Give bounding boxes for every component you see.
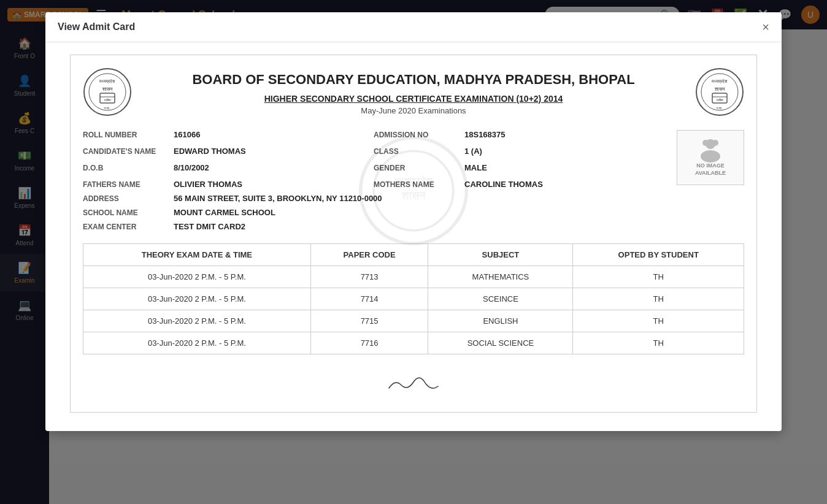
paper-code-cell-3: 7716 — [310, 332, 428, 354]
exam-dates: May-June 2020 Examinations — [144, 106, 683, 115]
gender-row: GENDER MALE — [374, 161, 664, 175]
col-header-paper: PAPER CODE — [310, 244, 428, 266]
subject-cell-0: MATHEMATICS — [428, 266, 573, 288]
col-header-date: THEORY EXAM DATE & TIME — [83, 244, 311, 266]
candidate-name-value: EDWARD THOMAS — [174, 147, 246, 156]
modal-overlay: View Admit Card × मध्यप्रदेश शासन — [0, 0, 827, 504]
table-row: 03-Jun-2020 2 P.M. - 5 P.M. 7713 MATHEMA… — [83, 266, 744, 288]
mothers-name-label: MOTHERS NAME — [374, 180, 460, 189]
table-header-row: THEORY EXAM DATE & TIME PAPER CODE SUBJE… — [83, 244, 744, 266]
student-photo: NO IMAGE AVAILABLE — [677, 130, 744, 185]
svg-text:माशिमं: माशिमं — [104, 98, 111, 102]
exam-center-row: EXAM CENTER TEST DMIT CARD2 — [83, 220, 664, 234]
signature-area — [83, 367, 744, 400]
svg-point-19 — [701, 150, 720, 162]
subject-cell-3: SOCIAL SCIENCE — [428, 332, 573, 354]
admission-no-label: ADMISSION NO — [374, 131, 460, 139]
candidate-name-row: CANDIDATE'S NAME EDWARD THOMAS — [83, 144, 374, 158]
svg-text:माशिमं: माशिमं — [716, 98, 723, 102]
admission-no-row: ADMISSION NO 18S168375 — [374, 128, 664, 142]
svg-text:शासन: शासन — [102, 86, 113, 92]
fathers-name-label: FATHERS NAME — [83, 180, 169, 189]
mothers-name-row: MOTHERS NAME CAROLINE THOMAS — [374, 177, 664, 191]
opted-cell-2: TH — [573, 310, 744, 332]
table-row: 03-Jun-2020 2 P.M. - 5 P.M. 7714 SCEINCE… — [83, 288, 744, 310]
exam-title: HIGHER SECONDARY SCHOOL CERTIFICATE EXAM… — [144, 94, 683, 104]
signature-icon — [377, 367, 450, 397]
school-name-value: MOUNT CARMEL SCHOOL — [174, 208, 275, 217]
left-logo: मध्यप्रदेश शासन माशिमं म.प्र. — [83, 67, 132, 119]
opted-cell-3: TH — [573, 332, 744, 354]
modal-close-button[interactable]: × — [762, 21, 769, 33]
subject-cell-1: SCEINCE — [428, 288, 573, 310]
svg-point-17 — [702, 140, 709, 146]
roll-number-row: ROLL NUMBER 161066 — [83, 128, 374, 142]
board-name: BOARD OF SECONDARY EDUCATION, MADHYA PRA… — [144, 71, 683, 89]
admit-card-modal: View Admit Card × मध्यप्रदेश शासन — [45, 12, 782, 431]
paper-code-cell-0: 7713 — [310, 266, 428, 288]
address-label: ADDRESS — [83, 194, 169, 203]
admit-card-header: मध्यप्रदेश शासन माशिमं म.प्र. BOARD OF S… — [83, 67, 744, 119]
dob-label: D.O.B — [83, 164, 169, 172]
svg-text:म.प्र.: म.प्र. — [716, 106, 723, 110]
col-header-opted: OPTED BY STUDENT — [573, 244, 744, 266]
roll-number-value: 161066 — [174, 130, 200, 139]
paper-code-cell-1: 7714 — [310, 288, 428, 310]
col-header-subject: SUBJECT — [428, 244, 573, 266]
opted-cell-1: TH — [573, 288, 744, 310]
dob-value: 8/10/2002 — [174, 163, 209, 172]
modal-header: View Admit Card × — [45, 12, 782, 42]
person-silhouette-icon — [695, 138, 726, 162]
svg-point-18 — [712, 140, 718, 146]
modal-title: View Admit Card — [58, 21, 135, 32]
exam-center-label: EXAM CENTER — [83, 223, 169, 231]
right-logo: मध्यप्रदेश शासन माशिमं म.प्र. — [695, 67, 744, 119]
paper-code-cell-2: 7715 — [310, 310, 428, 332]
exam-date-cell-1: 03-Jun-2020 2 P.M. - 5 P.M. — [83, 288, 311, 310]
exam-date-cell-0: 03-Jun-2020 2 P.M. - 5 P.M. — [83, 266, 311, 288]
opted-cell-0: TH — [573, 266, 744, 288]
exam-center-value: TEST DMIT CARD2 — [174, 222, 245, 231]
school-name-row: SCHOOL NAME MOUNT CARMEL SCHOOL — [83, 205, 664, 220]
admit-card: मध्यप्रदेश शासन माशिमं म.प्र. BOARD OF S… — [70, 55, 757, 413]
school-name-label: SCHOOL NAME — [83, 208, 169, 217]
info-left: ROLL NUMBER 161066 ADMISSION NO 18S16837… — [83, 128, 664, 234]
svg-text:म.प्र.: म.प्र. — [104, 106, 110, 110]
table-row: 03-Jun-2020 2 P.M. - 5 P.M. 7715 ENGLISH… — [83, 310, 744, 332]
modal-body: मध्यप्रदेश शासन माशिमं म.प्र. BOARD OF S… — [45, 42, 782, 431]
svg-text:शासन: शासन — [714, 86, 725, 92]
address-value: 56 MAIN STREET, SUITE 3, BROOKLYN, NY 11… — [174, 194, 382, 203]
svg-text:मध्यप्रदेश: मध्यप्रदेश — [99, 78, 115, 84]
dob-row: D.O.B 8/10/2002 — [83, 161, 374, 175]
table-row: 03-Jun-2020 2 P.M. - 5 P.M. 7716 SOCIAL … — [83, 332, 744, 354]
candidate-name-label: CANDIDATE'S NAME — [83, 147, 169, 156]
no-image-label: NO IMAGE AVAILABLE — [695, 162, 726, 177]
board-title-block: BOARD OF SECONDARY EDUCATION, MADHYA PRA… — [132, 71, 695, 115]
fathers-name-row: FATHERS NAME OLIVIER THOMAS — [83, 177, 374, 191]
exam-date-cell-3: 03-Jun-2020 2 P.M. - 5 P.M. — [83, 332, 311, 354]
gender-label: GENDER — [374, 164, 460, 172]
exam-schedule-table: THEORY EXAM DATE & TIME PAPER CODE SUBJE… — [83, 243, 744, 354]
class-value: 1 (A) — [464, 147, 482, 156]
class-label: CLASS — [374, 147, 460, 156]
exam-date-cell-2: 03-Jun-2020 2 P.M. - 5 P.M. — [83, 310, 311, 332]
address-row: ADDRESS 56 MAIN STREET, SUITE 3, BROOKLY… — [83, 191, 664, 205]
student-info-section: ROLL NUMBER 161066 ADMISSION NO 18S16837… — [83, 128, 744, 234]
svg-text:मध्यप्रदेश: मध्यप्रदेश — [711, 78, 728, 84]
fathers-name-value: OLIVIER THOMAS — [174, 180, 242, 189]
roll-number-label: ROLL NUMBER — [83, 131, 169, 139]
admission-no-value: 18S168375 — [464, 130, 506, 139]
mothers-name-value: CAROLINE THOMAS — [464, 180, 543, 189]
class-row: CLASS 1 (A) — [374, 144, 664, 158]
gender-value: MALE — [464, 163, 487, 172]
subject-cell-2: ENGLISH — [428, 310, 573, 332]
